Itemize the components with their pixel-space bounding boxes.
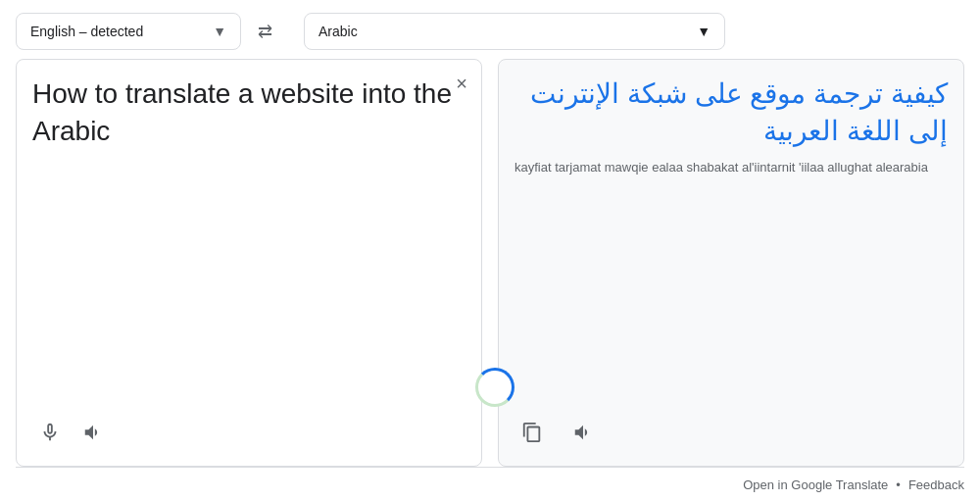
source-language-chevron-icon: ▼ bbox=[213, 24, 226, 39]
clear-button[interactable]: × bbox=[456, 74, 467, 93]
language-selector-row: English – detected ▼ ⇄ Arabic ▼ bbox=[16, 12, 964, 51]
target-panel-actions bbox=[514, 415, 948, 450]
romanized-text: kayfiat tarjamat mawqie ealaa shabakat a… bbox=[514, 158, 948, 177]
source-language-select[interactable]: English – detected ▼ bbox=[16, 13, 241, 50]
footer: Open in Google Translate • Feedback bbox=[0, 468, 980, 502]
source-panel: How to translate a website into the Arab… bbox=[16, 59, 482, 467]
copy-translation-button[interactable] bbox=[514, 415, 550, 450]
source-panel-actions bbox=[32, 415, 466, 450]
swap-languages-button[interactable]: ⇄ bbox=[241, 12, 288, 51]
speaker-icon bbox=[82, 422, 104, 443]
spinner-circle bbox=[475, 368, 514, 407]
target-speaker-icon bbox=[572, 422, 594, 443]
source-speaker-button[interactable] bbox=[75, 415, 111, 450]
copy-icon bbox=[521, 422, 543, 443]
loading-spinner bbox=[475, 368, 514, 407]
translated-text: كيفية ترجمة موقع على شبكة الإنترنت إلى ا… bbox=[514, 75, 948, 150]
target-speaker-button[interactable] bbox=[565, 415, 601, 450]
footer-dot: • bbox=[896, 477, 901, 492]
target-panel: كيفية ترجمة موقع على شبكة الإنترنت إلى ا… bbox=[498, 59, 964, 467]
panels-row: How to translate a website into the Arab… bbox=[16, 59, 964, 467]
mic-icon bbox=[39, 422, 61, 443]
source-language-label: English – detected bbox=[30, 24, 143, 39]
feedback-link[interactable]: Feedback bbox=[908, 477, 964, 492]
translator-container: English – detected ▼ ⇄ Arabic ▼ How to t… bbox=[0, 0, 980, 467]
target-language-chevron-icon: ▼ bbox=[697, 24, 710, 39]
target-language-label: Arabic bbox=[318, 24, 358, 39]
source-text[interactable]: How to translate a website into the Arab… bbox=[32, 75, 466, 407]
open-in-google-translate-link[interactable]: Open in Google Translate bbox=[743, 477, 888, 492]
target-language-select[interactable]: Arabic ▼ bbox=[304, 13, 725, 50]
mic-button[interactable] bbox=[32, 415, 68, 450]
